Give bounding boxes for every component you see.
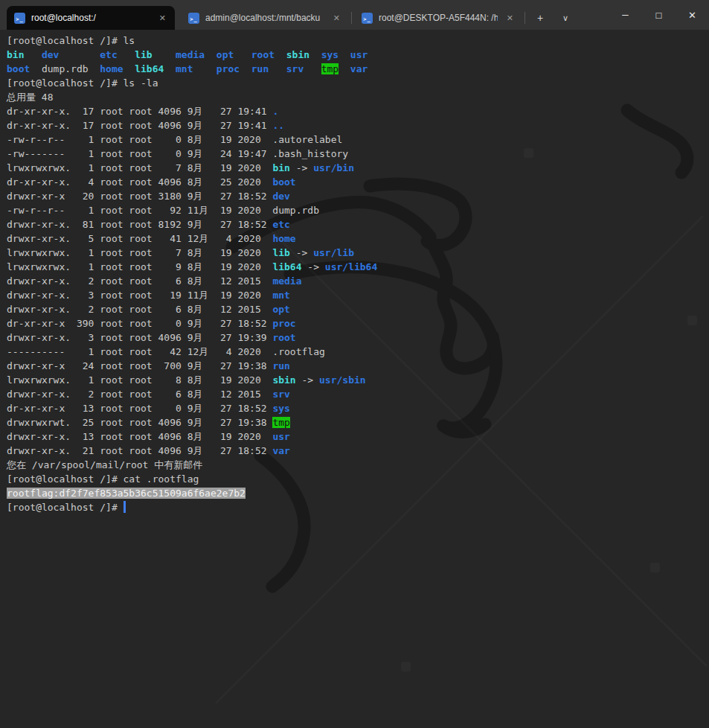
window-controls: – □ ✕ — [609, 0, 709, 30]
terminal-line: [root@localhost /]# ls -la — [7, 76, 709, 90]
tab-admin-localhost[interactable]: >_ admin@localhost:/mnt/backu ✕ — [181, 6, 349, 30]
terminal-line: lrwxrwxrwx. 1 root root 8 8月 19 2020 sbi… — [7, 373, 709, 387]
powershell-icon: >_ — [188, 13, 199, 24]
terminal-line: drwxr-xr-x. 2 root root 6 8月 12 2015 med… — [7, 274, 709, 288]
terminal-line: bin dev etc lib media opt root sbin sys … — [7, 48, 709, 62]
terminal-line: drwxr-xr-x 24 root root 700 9月 27 19:38 … — [7, 359, 709, 373]
tab-divider — [524, 12, 525, 24]
tab-divider — [351, 12, 352, 24]
tab-root-desktop[interactable]: >_ root@DESKTOP-A5F444N: /hc ✕ — [354, 6, 522, 30]
terminal-line: [root@localhost /]# cat .rootflag — [7, 472, 709, 486]
tab-strip: >_ root@localhost:/ ✕ >_ admin@localhost… — [0, 0, 578, 30]
titlebar-drag-region — [578, 0, 609, 30]
terminal-line: -rw------- 1 root root 0 9月 24 19:47 .ba… — [7, 147, 709, 161]
terminal-output: [root@localhost /]# lsbin dev etc lib me… — [0, 30, 709, 514]
terminal-line: boot dump.rdb home lib64 mnt proc run sr… — [7, 62, 709, 76]
terminal-line: dr-xr-xr-x. 17 root root 4096 9月 27 19:4… — [7, 118, 709, 132]
powershell-icon: >_ — [362, 13, 373, 24]
terminal-line: drwxr-xr-x. 2 root root 6 8月 12 2015 opt — [7, 302, 709, 316]
terminal-line: ---------- 1 root root 42 12月 4 2020 .ro… — [7, 345, 709, 359]
terminal-line: 您在 /var/spool/mail/root 中有新邮件 — [7, 458, 709, 472]
tab-close-icon[interactable]: ✕ — [156, 12, 169, 25]
terminal-line: drwxr-xr-x. 3 root root 4096 9月 27 19:39… — [7, 331, 709, 345]
terminal-line: drwxr-xr-x 20 root root 3180 9月 27 18:52… — [7, 189, 709, 203]
terminal-viewport[interactable]: [root@localhost /]# lsbin dev etc lib me… — [0, 30, 709, 728]
maximize-button[interactable]: □ — [642, 0, 676, 30]
powershell-icon: >_ — [14, 13, 25, 24]
tab-dropdown-button[interactable]: ∨ — [553, 6, 578, 30]
terminal-line: drwxr-xr-x. 3 root root 19 11月 19 2020 m… — [7, 288, 709, 302]
tab-title: root@DESKTOP-A5F444N: /hc — [379, 13, 498, 23]
tab-title: root@localhost:/ — [31, 13, 150, 23]
close-button[interactable]: ✕ — [676, 0, 709, 30]
terminal-line: dr-xr-xr-x 390 root root 0 9月 27 18:52 p… — [7, 316, 709, 331]
maximize-icon: □ — [656, 10, 662, 21]
minimize-button[interactable]: – — [609, 0, 642, 30]
terminal-line: drwxr-xr-x. 81 root root 8192 9月 27 18:5… — [7, 217, 709, 232]
terminal-cursor — [123, 501, 126, 513]
tab-title: admin@localhost:/mnt/backu — [205, 13, 324, 23]
terminal-line: lrwxrwxrwx. 1 root root 7 8月 19 2020 lib… — [7, 246, 709, 260]
terminal-line: drwxr-xr-x. 5 root root 41 12月 4 2020 ho… — [7, 232, 709, 246]
terminal-line: -rw-r--r-- 1 root root 0 8月 19 2020 .aut… — [7, 132, 709, 147]
tab-root-localhost[interactable]: >_ root@localhost:/ ✕ — [7, 6, 175, 30]
terminal-line: drwxrwxrwt. 25 root root 4096 9月 27 19:3… — [7, 415, 709, 430]
terminal-line: dr-xr-xr-x. 17 root root 4096 9月 27 19:4… — [7, 104, 709, 118]
terminal-line: drwxr-xr-x. 21 root root 4096 9月 27 18:5… — [7, 444, 709, 458]
terminal-line: rootflag:df2f7ef853a5b36c51509a6f6ae2e7b… — [7, 486, 709, 500]
terminal-line: dr-xr-xr-x 13 root root 0 9月 27 18:52 sy… — [7, 401, 709, 415]
terminal-line: [root@localhost /]# — [7, 500, 709, 514]
terminal-line: [root@localhost /]# ls — [7, 33, 709, 48]
terminal-line: lrwxrwxrwx. 1 root root 9 8月 19 2020 lib… — [7, 260, 709, 274]
close-icon: ✕ — [688, 10, 696, 21]
new-tab-button[interactable]: + — [527, 6, 553, 30]
terminal-line: 总用量 48 — [7, 90, 709, 104]
tab-close-icon[interactable]: ✕ — [504, 12, 516, 25]
terminal-line: drwxr-xr-x. 2 root root 6 8月 12 2015 srv — [7, 387, 709, 401]
tab-close-icon[interactable]: ✕ — [330, 12, 343, 25]
terminal-line: drwxr-xr-x. 13 root root 4096 8月 19 2020… — [7, 430, 709, 444]
minimize-icon: – — [622, 7, 628, 20]
terminal-line: lrwxrwxrwx. 1 root root 7 8月 19 2020 bin… — [7, 161, 709, 175]
terminal-line: dr-xr-xr-x. 4 root root 4096 8月 25 2020 … — [7, 175, 709, 189]
titlebar: >_ root@localhost:/ ✕ >_ admin@localhost… — [0, 0, 709, 30]
terminal-line: -rw-r--r-- 1 root root 92 11月 19 2020 du… — [7, 203, 709, 217]
